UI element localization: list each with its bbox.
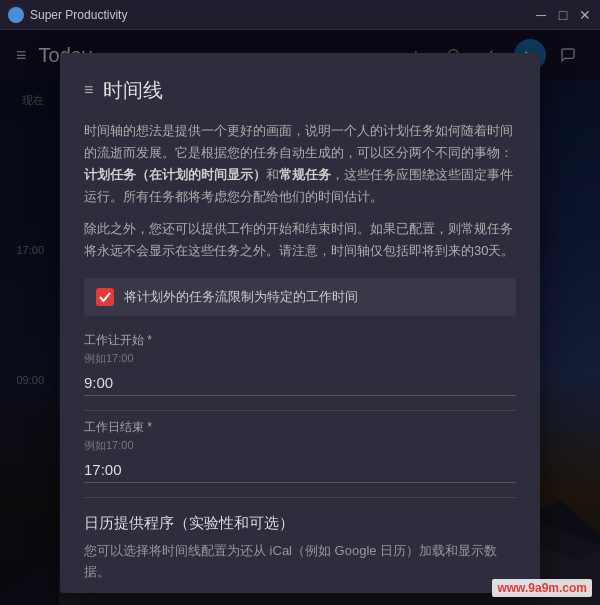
bold-scheduled: 计划任务（在计划的时间显示）: [84, 167, 266, 182]
modal-overlay: ≡ 时间线 时间轴的想法是提供一个更好的画面，说明一个人的计划任务如何随着时间的…: [0, 30, 600, 605]
field-divider-2: [84, 497, 516, 498]
work-end-label: 工作日结束 *: [84, 419, 516, 436]
close-button[interactable]: ✕: [578, 8, 592, 22]
work-end-hint: 例如17:00: [84, 438, 516, 453]
minimize-button[interactable]: ─: [534, 8, 548, 22]
modal-para2: 除此之外，您还可以提供工作的开始和结束时间。如果已配置，则常规任务将永远不会显示…: [84, 218, 516, 262]
field-divider-1: [84, 410, 516, 411]
restrict-checkbox[interactable]: [96, 288, 114, 306]
work-end-field: 工作日结束 * 例如17:00 17:00: [84, 419, 516, 483]
work-start-field: 工作让开始 * 例如17:00 9:00: [84, 332, 516, 396]
checkbox-row[interactable]: 将计划外的任务流限制为特定的工作时间: [84, 278, 516, 316]
app-icon: [8, 7, 24, 23]
checkbox-label: 将计划外的任务流限制为特定的工作时间: [124, 288, 358, 306]
titlebar-title: Super Productivity: [30, 8, 528, 22]
titlebar: Super Productivity ─ □ ✕: [0, 0, 600, 30]
modal-para1: 时间轴的想法是提供一个更好的画面，说明一个人的计划任务如何随着时间的流逝而发展。…: [84, 120, 516, 208]
work-start-value[interactable]: 9:00: [84, 370, 516, 396]
calendar-section-title: 日历提供程序（实验性和可选）: [84, 514, 516, 533]
watermark: www.9a9m.com: [492, 579, 592, 597]
checkmark-icon: [99, 291, 111, 303]
work-start-label: 工作让开始 *: [84, 332, 516, 349]
modal-title-icon: ≡: [84, 81, 93, 99]
modal-title-row: ≡ 时间线: [84, 77, 516, 104]
modal-title-text: 时间线: [103, 77, 163, 104]
timeline-modal: ≡ 时间线 时间轴的想法是提供一个更好的画面，说明一个人的计划任务如何随着时间的…: [60, 53, 540, 593]
work-start-hint: 例如17:00: [84, 351, 516, 366]
maximize-button[interactable]: □: [556, 8, 570, 22]
calendar-section-desc: 您可以选择将时间线配置为还从 iCal（例如 Google 日历）加载和显示数据…: [84, 541, 516, 583]
form-section: 工作让开始 * 例如17:00 9:00 工作日结束 * 例如17:00 17:…: [84, 332, 516, 498]
work-end-value[interactable]: 17:00: [84, 457, 516, 483]
window-controls: ─ □ ✕: [534, 8, 592, 22]
modal-body: 时间轴的想法是提供一个更好的画面，说明一个人的计划任务如何随着时间的流逝而发展。…: [84, 120, 516, 263]
bold-regular: 常规任务: [279, 167, 331, 182]
